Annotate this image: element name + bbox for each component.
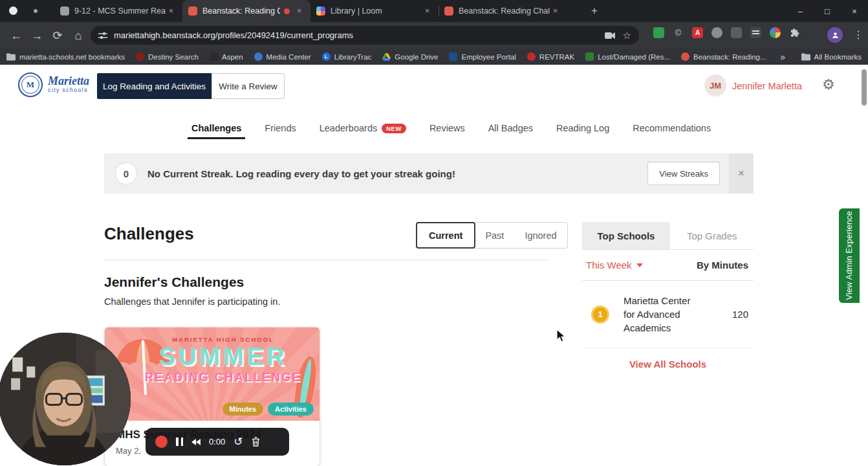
filter-current[interactable]: Current bbox=[416, 222, 475, 249]
streak-message: No Current Streak. Log reading every day… bbox=[147, 168, 455, 179]
address-bar[interactable]: mariettahigh.beanstack.org/profiles/2049… bbox=[91, 26, 639, 45]
home-icon[interactable]: ⌂ bbox=[70, 27, 87, 44]
tab-reading-log[interactable]: Reading Log bbox=[556, 123, 609, 133]
tab-search-icon[interactable] bbox=[9, 6, 17, 15]
stop-recording-button[interactable] bbox=[155, 436, 168, 448]
url-text[interactable]: mariettahigh.beanstack.org/profiles/2049… bbox=[114, 30, 605, 40]
site-settings-icon[interactable] bbox=[98, 32, 107, 39]
challenge-filter-group: Current Past Ignored bbox=[416, 222, 568, 249]
gray-extension-icon[interactable] bbox=[711, 27, 722, 38]
keyboard-extension-icon[interactable] bbox=[750, 27, 761, 38]
tab-close-icon[interactable]: × bbox=[550, 6, 561, 17]
restart-recording-button[interactable]: ↺ bbox=[233, 436, 243, 447]
maximize-button[interactable]: □ bbox=[814, 0, 841, 22]
view-all-schools-link[interactable]: View All Schools bbox=[582, 348, 754, 380]
browser-menu-icon[interactable]: ⋮ bbox=[851, 27, 865, 43]
adobe-acrobat-extension-icon[interactable]: A bbox=[692, 27, 703, 38]
log-reading-button[interactable]: Log Reading and Activities bbox=[97, 73, 212, 99]
bookmark-item[interactable]: REVTRAK bbox=[527, 52, 574, 61]
page-scrollbar[interactable] bbox=[862, 69, 867, 105]
bookmark-item[interactable]: Employee Portal bbox=[449, 52, 515, 61]
activities-badge: Activities bbox=[268, 403, 314, 416]
bookmark-label: Lost/Damaged (Res... bbox=[598, 53, 670, 61]
bookmark-label: Employee Portal bbox=[461, 53, 515, 61]
pinned-tab-icon[interactable] bbox=[34, 9, 38, 13]
minimize-button[interactable]: – bbox=[787, 0, 814, 22]
delete-recording-button[interactable] bbox=[252, 437, 260, 447]
browser-tab[interactable]: Library | Loom × bbox=[310, 0, 439, 22]
tab-all-badges[interactable]: All Badges bbox=[488, 123, 533, 133]
bookmarks-overflow-icon[interactable]: » bbox=[780, 52, 785, 62]
google-drive-favicon bbox=[382, 53, 391, 61]
beanstack-extension-icon[interactable] bbox=[653, 27, 664, 38]
filter-past[interactable]: Past bbox=[475, 223, 514, 248]
leaderboard-panel: This Week By Minutes 1 Marietta Center f… bbox=[582, 249, 754, 380]
aspen-favicon bbox=[210, 52, 218, 61]
webcam-video-frame bbox=[0, 333, 131, 465]
site-logo[interactable]: M Marietta city schools bbox=[18, 72, 89, 97]
browser-profile-avatar[interactable] bbox=[827, 27, 843, 43]
pinwheel-extension-icon[interactable] bbox=[770, 27, 781, 38]
bookmark-item[interactable]: Google Drive bbox=[382, 53, 438, 61]
person-icon bbox=[831, 31, 840, 39]
forward-icon[interactable]: → bbox=[28, 27, 45, 44]
browser-toolbar: ← → ⟳ ⌂ mariettahigh.beanstack.org/profi… bbox=[0, 22, 868, 49]
bookmark-star-icon[interactable]: ☆ bbox=[623, 30, 631, 41]
bookmark-item[interactable]: Beanstack: Reading... bbox=[681, 52, 766, 61]
tab-challenges[interactable]: Challenges bbox=[191, 123, 241, 133]
streak-close-icon[interactable]: × bbox=[729, 153, 754, 194]
browser-tab[interactable]: Beanstack: Reading Challenges × bbox=[439, 0, 567, 22]
bookmark-item[interactable]: L LibraryTrac bbox=[322, 52, 372, 61]
bookmark-label: REVTRAK bbox=[539, 53, 574, 61]
filter-ignored[interactable]: Ignored bbox=[514, 223, 567, 248]
write-review-button[interactable]: Write a Review bbox=[212, 73, 285, 99]
bookmark-folder[interactable]: marietta-schools.net bookmarks bbox=[6, 53, 125, 61]
employee-portal-favicon bbox=[449, 52, 457, 61]
tab-top-grades[interactable]: Top Grades bbox=[670, 222, 754, 249]
settings-gear-icon[interactable]: ⚙ bbox=[822, 76, 835, 93]
pause-recording-button[interactable] bbox=[176, 438, 183, 446]
all-bookmarks-button[interactable]: All Bookmarks bbox=[801, 53, 862, 61]
back-icon[interactable]: ← bbox=[8, 27, 25, 44]
tab-close-icon[interactable]: × bbox=[294, 6, 305, 17]
bookmark-label: Google Drive bbox=[395, 53, 438, 61]
page-content: M Marietta city schools Log Reading and … bbox=[0, 65, 868, 466]
bookmark-label: Beanstack: Reading... bbox=[693, 53, 766, 61]
new-tab-button[interactable]: + bbox=[587, 5, 602, 19]
tab-leaderboards[interactable]: Leaderboards NEW bbox=[320, 123, 406, 133]
tab-capture-icon[interactable] bbox=[605, 32, 615, 39]
tab-friends[interactable]: Friends bbox=[265, 123, 296, 133]
bookmark-item[interactable]: Lost/Damaged (Res... bbox=[585, 52, 670, 61]
bookmark-item[interactable]: Media Center bbox=[254, 52, 311, 61]
banner-school-name: MARIETTA HIGH SCHOOL bbox=[127, 336, 320, 343]
copyright-extension-icon[interactable]: © bbox=[673, 27, 684, 38]
extensions-puzzle-icon[interactable] bbox=[789, 27, 800, 38]
dark-extension-icon[interactable] bbox=[731, 27, 742, 38]
librarytrac-favicon: L bbox=[322, 52, 331, 61]
user-name-link[interactable]: Jennifer Marletta bbox=[732, 81, 802, 91]
recording-toolbar: 0:00 ↺ bbox=[146, 428, 289, 456]
user-avatar[interactable]: JM bbox=[704, 74, 726, 96]
bookmark-item[interactable]: Destiny Search bbox=[136, 52, 199, 61]
tab-top-schools[interactable]: Top Schools bbox=[582, 222, 670, 249]
browser-tab[interactable]: 9-12 - MCS Summer Reading × bbox=[54, 0, 182, 22]
tab-close-icon[interactable]: × bbox=[166, 6, 177, 17]
bookmark-folder-label: marietta-schools.net bookmarks bbox=[19, 53, 125, 61]
rewind-button[interactable] bbox=[191, 439, 201, 445]
webcam-overlay[interactable] bbox=[0, 333, 131, 465]
bookmark-item[interactable]: Aspen bbox=[210, 52, 243, 61]
tab-reviews[interactable]: Reviews bbox=[429, 123, 465, 133]
bookmark-label: LibraryTrac bbox=[334, 53, 372, 61]
window-controls: – □ × bbox=[787, 0, 868, 22]
period-dropdown[interactable]: This Week bbox=[586, 260, 643, 271]
section-divider bbox=[104, 260, 548, 260]
browser-tab-active[interactable]: Beanstack: Reading Challen... × bbox=[182, 0, 310, 22]
tab-recommendations[interactable]: Recommendations bbox=[633, 123, 711, 133]
view-admin-experience-button[interactable]: View Admin Experience bbox=[839, 208, 860, 303]
tab-close-icon[interactable]: × bbox=[422, 6, 433, 17]
view-streaks-button[interactable]: View Streaks bbox=[647, 162, 720, 185]
school-name: Marietta Center for Advanced Academics bbox=[624, 294, 702, 335]
window-close-button[interactable]: × bbox=[841, 0, 868, 22]
metric-selector[interactable]: By Minutes bbox=[697, 260, 748, 271]
reload-icon[interactable]: ⟳ bbox=[49, 27, 66, 44]
